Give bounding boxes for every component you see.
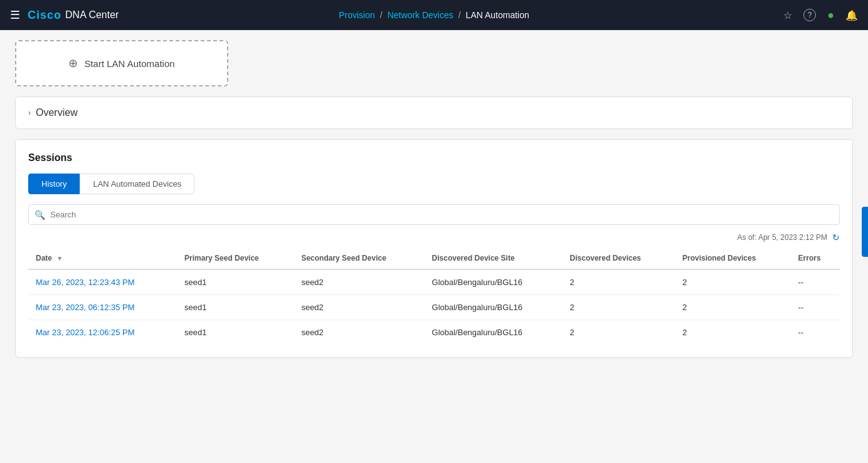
current-breadcrumb: LAN Automation (466, 10, 529, 20)
col-provisioned-devices: Provisioned Devices (675, 247, 791, 269)
top-navigation: ☰ Cisco DNA Center Provision / Network D… (0, 0, 868, 30)
cell-primary-seed-2: seed1 (177, 320, 294, 345)
status-icon[interactable]: ● (827, 9, 834, 22)
chevron-right-icon: › (28, 108, 31, 117)
search-box: 🔍 (28, 204, 840, 225)
breadcrumb-separator-1: / (380, 10, 383, 20)
table-row: Mar 23, 2023, 12:06:25 PM seed1 seed2 Gl… (28, 320, 840, 345)
start-lan-plus-icon: ⊕ (68, 56, 78, 70)
timestamp-label: As of: Apr 5, 2023 2:12 PM (738, 233, 827, 242)
hamburger-menu-icon[interactable]: ☰ (10, 8, 20, 22)
cell-date-2: Mar 23, 2023, 12:06:25 PM (28, 320, 177, 345)
col-errors: Errors (791, 247, 840, 269)
cell-date-0: Mar 26, 2023, 12:23:43 PM (28, 269, 177, 295)
nav-icon-group: ☆ ? ● 🔔 (783, 9, 858, 22)
table-header: Date ▼ Primary Seed Device Secondary See… (28, 247, 840, 269)
date-link-2[interactable]: Mar 23, 2023, 12:06:25 PM (36, 328, 135, 337)
dna-center-text: DNA Center (65, 9, 119, 21)
cell-discovered-devices-2: 2 (563, 320, 675, 345)
table-row: Mar 23, 2023, 06:12:35 PM seed1 seed2 Gl… (28, 295, 840, 320)
cell-secondary-seed-0: seed2 (294, 269, 424, 295)
network-devices-breadcrumb-link[interactable]: Network Devices (388, 10, 453, 20)
cisco-brand-text: Cisco (28, 9, 61, 22)
col-discovered-site: Discovered Device Site (425, 247, 563, 269)
cell-discovered-devices-1: 2 (563, 295, 675, 320)
cell-primary-seed-0: seed1 (177, 269, 294, 295)
cell-secondary-seed-1: seed2 (294, 295, 424, 320)
col-date[interactable]: Date ▼ (28, 247, 177, 269)
table-row: Mar 26, 2023, 12:23:43 PM seed1 seed2 Gl… (28, 269, 840, 295)
lan-automated-devices-tab[interactable]: LAN Automated Devices (80, 174, 194, 194)
provision-breadcrumb-link[interactable]: Provision (339, 10, 375, 20)
start-lan-automation-button[interactable]: ⊕ Start LAN Automation (15, 40, 228, 86)
overview-panel: › Overview (15, 96, 853, 129)
col-primary-seed: Primary Seed Device (177, 247, 294, 269)
date-link-1[interactable]: Mar 23, 2023, 06:12:35 PM (36, 303, 135, 312)
sessions-table: Date ▼ Primary Seed Device Secondary See… (28, 247, 840, 345)
cell-errors-2: -- (791, 320, 840, 345)
breadcrumb-separator-2: / (458, 10, 461, 20)
cell-provisioned-devices-0: 2 (675, 269, 791, 295)
cell-date-1: Mar 23, 2023, 06:12:35 PM (28, 295, 177, 320)
bell-icon[interactable]: 🔔 (845, 9, 858, 21)
date-link-0[interactable]: Mar 26, 2023, 12:23:43 PM (36, 278, 135, 287)
cell-provisioned-devices-1: 2 (675, 295, 791, 320)
cell-discovered-site-1: Global/Bengaluru/BGL16 (425, 295, 563, 320)
history-tab[interactable]: History (28, 174, 80, 194)
col-discovered-devices: Discovered Devices (563, 247, 675, 269)
sessions-title: Sessions (28, 152, 840, 164)
right-sidebar-accent (862, 207, 868, 257)
overview-header[interactable]: › Overview (28, 107, 840, 118)
sessions-panel: Sessions History LAN Automated Devices 🔍… (15, 139, 853, 358)
cell-discovered-site-0: Global/Bengaluru/BGL16 (425, 269, 563, 295)
search-icon: 🔍 (34, 210, 45, 220)
sort-icon: ▼ (56, 255, 63, 262)
refresh-icon[interactable]: ↻ (832, 232, 840, 242)
help-icon[interactable]: ? (803, 9, 816, 21)
overview-title: Overview (36, 107, 78, 118)
col-secondary-seed: Secondary Seed Device (294, 247, 424, 269)
breadcrumb: Provision / Network Devices / LAN Automa… (339, 10, 529, 20)
start-lan-label: Start LAN Automation (84, 58, 174, 69)
cell-primary-seed-1: seed1 (177, 295, 294, 320)
star-icon[interactable]: ☆ (783, 9, 792, 21)
search-input[interactable] (28, 204, 840, 225)
cell-errors-1: -- (791, 295, 840, 320)
logo: Cisco DNA Center (28, 9, 119, 22)
table-body: Mar 26, 2023, 12:23:43 PM seed1 seed2 Gl… (28, 269, 840, 345)
table-meta-bar: As of: Apr 5, 2023 2:12 PM ↻ (28, 232, 840, 242)
session-tab-group: History LAN Automated Devices (28, 174, 840, 194)
cell-secondary-seed-2: seed2 (294, 320, 424, 345)
cell-errors-0: -- (791, 269, 840, 295)
cell-discovered-devices-0: 2 (563, 269, 675, 295)
cell-provisioned-devices-2: 2 (675, 320, 791, 345)
cell-discovered-site-2: Global/Bengaluru/BGL16 (425, 320, 563, 345)
main-content: ⊕ Start LAN Automation › Overview Sessio… (0, 30, 868, 463)
